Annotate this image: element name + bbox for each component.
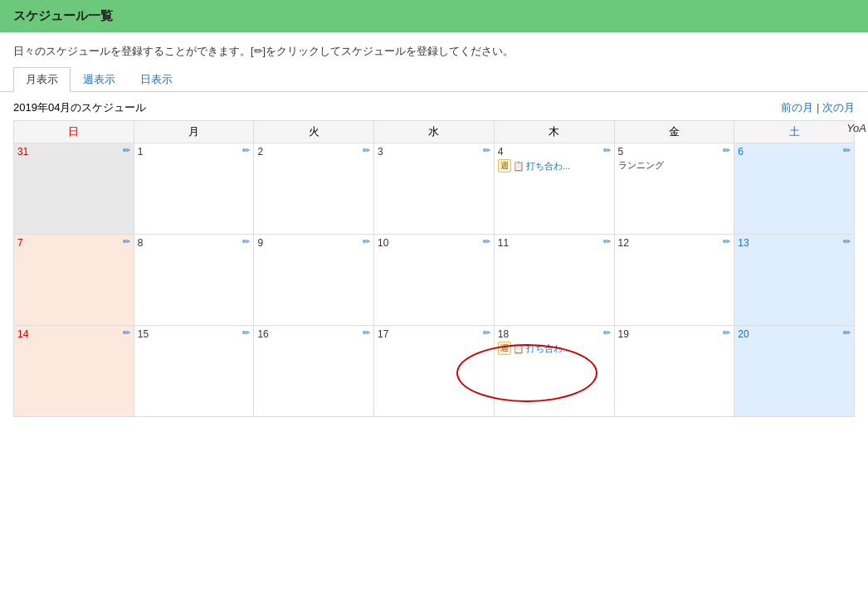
day-cell-2: 2 ✏ bbox=[254, 143, 374, 235]
edit-icon-16[interactable]: ✏ bbox=[363, 328, 370, 338]
view-tabs: 月表示 週表示 日表示 bbox=[0, 67, 868, 92]
page-title: スケジュール一覧 bbox=[13, 8, 113, 22]
edit-icon-2[interactable]: ✏ bbox=[363, 145, 370, 156]
edit-icon-31[interactable]: ✏ bbox=[123, 145, 130, 156]
event-5-1: ランニング bbox=[618, 159, 731, 172]
edit-icon-10[interactable]: ✏ bbox=[483, 236, 490, 247]
day-cell-16: 16 ✏ bbox=[254, 326, 374, 417]
nav-separator: | bbox=[817, 101, 822, 114]
calendar-nav: 前の月 | 次の月 bbox=[781, 100, 855, 115]
edit-icon-9[interactable]: ✏ bbox=[363, 236, 370, 247]
th-sun: 日 bbox=[14, 121, 134, 143]
calendar-title: 2019年04月のスケジュール bbox=[13, 100, 146, 115]
edit-icon-7[interactable]: ✏ bbox=[123, 236, 130, 247]
day-cell-3: 3 ✏ bbox=[374, 143, 495, 235]
edit-icon-17[interactable]: ✏ bbox=[483, 328, 490, 338]
day-cell-17: 17 ✏ bbox=[374, 326, 495, 417]
event-link-4[interactable]: 打ち合わ... bbox=[526, 160, 570, 172]
th-tue: 火 bbox=[254, 121, 374, 143]
day-cell-4: 4 ✏ 週 📋 打ち合わ... bbox=[494, 143, 614, 235]
edit-icon-19[interactable]: ✏ bbox=[723, 328, 730, 338]
page-header: スケジュール一覧 bbox=[0, 0, 868, 32]
edit-icon-1[interactable]: ✏ bbox=[242, 145, 250, 156]
edit-icon-8[interactable]: ✏ bbox=[242, 236, 250, 247]
yoa-badge: YoA bbox=[846, 122, 866, 134]
day-cell-1: 1 ✏ bbox=[134, 143, 254, 235]
table-row: 14 ✏ 15 ✏ 16 ✏ 17 ✏ 18 ✏ bbox=[14, 326, 855, 417]
tab-day[interactable]: 日表示 bbox=[128, 67, 185, 92]
calendar-table: 日 月 火 水 木 金 土 31 ✏ 1 ✏ 2 bbox=[13, 120, 855, 417]
th-wed: 水 bbox=[374, 121, 495, 143]
day-cell-31: 31 ✏ bbox=[14, 143, 134, 235]
edit-icon-4[interactable]: ✏ bbox=[603, 145, 611, 156]
edit-icon-13[interactable]: ✏ bbox=[843, 236, 851, 247]
day-cell-19: 19 ✏ bbox=[614, 326, 734, 417]
th-mon: 月 bbox=[134, 121, 254, 143]
day-cell-11: 11 ✏ bbox=[494, 235, 614, 326]
weekday-header-row: 日 月 火 水 木 金 土 bbox=[14, 121, 855, 143]
th-fri: 金 bbox=[614, 121, 734, 143]
tab-month[interactable]: 月表示 bbox=[13, 67, 71, 92]
day-cell-12: 12 ✏ bbox=[614, 235, 734, 326]
edit-icon-20[interactable]: ✏ bbox=[843, 328, 851, 338]
edit-icon-11[interactable]: ✏ bbox=[603, 236, 611, 247]
day-cell-5: 5 ✏ ランニング bbox=[614, 143, 734, 235]
table-row: 7 ✏ 8 ✏ 9 ✏ 10 ✏ 11 ✏ bbox=[14, 235, 855, 326]
day-cell-13: 13 ✏ bbox=[734, 235, 855, 326]
day-cell-9: 9 ✏ bbox=[254, 235, 374, 326]
edit-icon-15[interactable]: ✏ bbox=[242, 328, 250, 338]
event-link-18[interactable]: 打ち合わ... bbox=[526, 342, 570, 355]
day-cell-15: 15 ✏ bbox=[134, 326, 254, 417]
day-cell-18: 18 ✏ 週 📋 打ち合わ... bbox=[494, 326, 614, 417]
day-cell-8: 8 ✏ bbox=[134, 235, 254, 326]
edit-icon-5[interactable]: ✏ bbox=[723, 145, 730, 156]
edit-icon-3[interactable]: ✏ bbox=[483, 145, 490, 156]
day-cell-10: 10 ✏ bbox=[374, 235, 495, 326]
prev-month-link[interactable]: 前の月 bbox=[781, 101, 813, 114]
edit-icon-18[interactable]: ✏ bbox=[603, 328, 611, 338]
day-cell-20: 20 ✏ bbox=[734, 326, 855, 417]
day-cell-6: 6 ✏ bbox=[734, 143, 855, 235]
description-text: 日々のスケジュールを登録することができます。[✏]をクリックしてスケジュールを登… bbox=[0, 32, 868, 67]
event-18-1: 週 📋 打ち合わ... bbox=[498, 342, 611, 355]
edit-icon-12[interactable]: ✏ bbox=[723, 236, 730, 247]
table-row: 31 ✏ 1 ✏ 2 ✏ 3 ✏ 4 ✏ bbox=[14, 143, 855, 235]
next-month-link[interactable]: 次の月 bbox=[822, 101, 855, 114]
event-4-1: 週 📋 打ち合わ... bbox=[498, 159, 611, 172]
day-cell-7: 7 ✏ bbox=[14, 235, 134, 326]
day-cell-14: 14 ✏ bbox=[14, 326, 134, 417]
calendar-header: 2019年04月のスケジュール 前の月 | 次の月 bbox=[0, 97, 868, 120]
th-thu: 木 bbox=[494, 121, 614, 143]
edit-icon-6[interactable]: ✏ bbox=[843, 145, 851, 156]
edit-icon-14[interactable]: ✏ bbox=[123, 328, 130, 338]
tab-week[interactable]: 週表示 bbox=[71, 67, 128, 92]
th-sat: 土 bbox=[734, 121, 855, 143]
